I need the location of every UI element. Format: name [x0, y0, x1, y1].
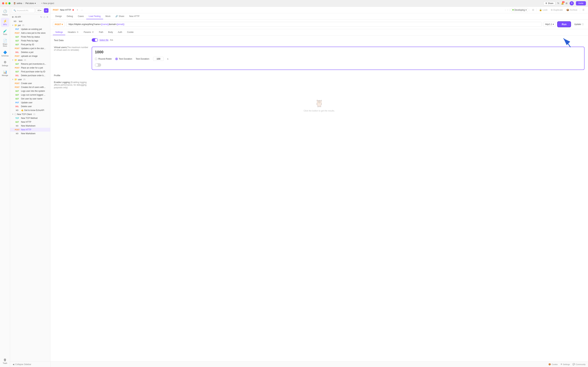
nav-item-apis[interactable]: ⚡ APIs	[1, 18, 9, 27]
invite-button[interactable]: Invite	[576, 1, 586, 5]
add-tab-button[interactable]: +	[75, 8, 79, 12]
enable-logging-toggle[interactable]	[95, 63, 101, 67]
notification-bell[interactable]: 🔔 8	[561, 2, 564, 5]
settings-tab-path[interactable]: Path	[96, 30, 106, 35]
nav-item-trash[interactable]: 🗑 Trash	[1, 357, 9, 366]
bottom-settings-button[interactable]: ⚙ Settings	[561, 363, 570, 366]
duplicate-button[interactable]: ⧉ Duplicate	[550, 8, 564, 12]
tree-item-get-purchase[interactable]: GET Find purchase order by ID	[10, 70, 50, 74]
avatar[interactable]: S	[570, 1, 574, 5]
tree-item-md-echo[interactable]: MD 🤙 Get to know EchoAPI	[10, 108, 50, 112]
tree-item-get-inventories[interactable]: GET Returns pet inventories b...	[10, 62, 50, 66]
tree-item-get-login[interactable]: GET Logs user into the system	[10, 89, 50, 93]
new-project-button[interactable]: + New project	[40, 1, 56, 5]
section-settings-icon[interactable]: ◇	[43, 16, 45, 18]
test-duration-option[interactable]: Test Duration	[115, 58, 132, 60]
tree-item-post-pet[interactable]: POST Add a new pet to the store	[10, 31, 50, 35]
select-file-button[interactable]: Select file	[99, 39, 109, 41]
update-button[interactable]: Update ⓘ	[572, 22, 586, 27]
close-button[interactable]	[2, 2, 4, 4]
more-options-button[interactable]: ···	[81, 8, 83, 11]
tree-item-post-http-active[interactable]: POST New HTTP	[10, 128, 50, 132]
tree-item-test[interactable]: MD test	[10, 19, 50, 23]
lock-button[interactable]: 🔒 Lock	[538, 8, 548, 12]
nav-item-history[interactable]: 🕐 History	[1, 8, 9, 17]
test-duration-input[interactable]	[153, 57, 164, 61]
method-badge-get: GET	[14, 43, 20, 46]
share-button[interactable]: ⬆ Share	[543, 1, 555, 5]
settings-tab-settings[interactable]: Settings	[53, 30, 65, 35]
tree-item-get-user[interactable]: GET Get user by user name	[10, 97, 50, 101]
tree-folder-user[interactable]: ▼ 📁 user (8)	[10, 77, 50, 82]
add-item-button[interactable]: +	[44, 8, 49, 13]
tree-item-post-update-pet[interactable]: POST Updates a pet in the stor...	[10, 47, 50, 50]
community-button[interactable]: 💬 Community	[573, 363, 586, 366]
tab-mock[interactable]: Mock	[103, 14, 113, 19]
layout-icon[interactable]: ⊞	[566, 2, 568, 5]
settings-tab-body[interactable]: Body	[106, 30, 115, 35]
tree-item-post-upload[interactable]: POST uploads an image	[10, 54, 50, 58]
method-selector[interactable]: POST ▾	[53, 22, 65, 27]
tab-load-testing[interactable]: Load Testing	[86, 14, 103, 19]
nav-item-manage[interactable]: 📊 Manage	[1, 69, 9, 78]
settings-tab-headers[interactable]: Headers 1	[65, 30, 81, 35]
nav-item-schemas[interactable]: 🔷 Schemas	[1, 49, 9, 58]
refresh-icon[interactable]: ↻	[557, 2, 559, 5]
filter-dropdown[interactable]: All ▾	[36, 8, 43, 13]
section-close-icon[interactable]: ✕	[46, 16, 49, 18]
tree-item-label: Deletes a pet	[21, 51, 34, 53]
archive-button[interactable]: 📦 Archive	[565, 8, 578, 12]
tab-design[interactable]: Design	[53, 14, 64, 19]
more-menu-button[interactable]: ☰	[581, 8, 586, 12]
tree-item-del-user[interactable]: DEL Delete user	[10, 105, 50, 108]
tree-item-del-pet[interactable]: DEL Deletes a pet	[10, 50, 50, 54]
search-input[interactable]: 🔍 Keyword/URL	[12, 8, 35, 13]
cookie-button[interactable]: 🍪 Cookie	[548, 363, 558, 366]
tree-item-get-status[interactable]: GET Finds Pets by status	[10, 35, 50, 39]
tree-folder-store[interactable]: ▼ 📁 store (4)	[10, 58, 50, 62]
test-data-toggle[interactable]	[92, 38, 98, 42]
environment-selector[interactable]: Developing ▾	[511, 8, 528, 12]
http-version-selector[interactable]: http/1.1 ▾	[543, 22, 556, 27]
tree-item-md-markdown[interactable]: MD New Markdown	[10, 124, 50, 128]
fullscreen-button[interactable]	[9, 2, 10, 4]
tree-item-tcp-method[interactable]: TCP New TCP Method	[10, 116, 50, 120]
round-robin-option[interactable]: Round-Robin	[95, 58, 112, 60]
tab-share[interactable]: 🔗 Share	[113, 14, 127, 19]
run-button[interactable]: Run	[557, 21, 571, 27]
url-input[interactable]: https://httpbin.org/anything?name={{name…	[66, 22, 542, 27]
round-robin-radio[interactable]	[95, 58, 97, 60]
tree-item-post-create-users[interactable]: POST Creates list of users with...	[10, 85, 50, 89]
tree-item-get-http[interactable]: GET New HTTP	[10, 120, 50, 124]
nav-item-tests[interactable]: 🧪 Tests	[1, 28, 9, 37]
tree-folder-tcp[interactable]: ▼ ⬡ New TCP Client (1)	[10, 112, 50, 116]
settings-tab-auth[interactable]: Auth	[115, 30, 125, 35]
nav-item-share-docs[interactable]: 📄 Share Docs	[1, 37, 9, 48]
settings-tab-params[interactable]: Params 2	[81, 30, 96, 35]
tree-item-get-pet-id[interactable]: GET Find pet by ID	[10, 43, 50, 47]
tree-item-post-create-user[interactable]: POST Create user	[10, 82, 50, 85]
settings-tab-cookie[interactable]: Cookie	[125, 30, 136, 35]
tree-item-put-pet[interactable]: PUT Update an existing pet	[10, 27, 50, 31]
tree-item-put-user[interactable]: PUT Update user	[10, 101, 50, 105]
tab-debug[interactable]: Debug	[64, 14, 75, 19]
tree-item-get-logout[interactable]: GET Logs out current logged ...	[10, 93, 50, 97]
nav-item-settings[interactable]: ⚙ Settings	[1, 59, 9, 68]
tree-folder-pet[interactable]: ▼ 📁 pet (8)	[10, 23, 50, 27]
collapse-sidebar-button[interactable]: ◀ Collapse Sidebar	[10, 362, 50, 367]
layout-toggle-button[interactable]: ⊟	[531, 8, 535, 12]
minimize-button[interactable]	[5, 2, 7, 4]
right-arrow-icon[interactable]: ›	[507, 8, 508, 11]
tree-item-del-purchase[interactable]: DEL Delete purchase order b...	[10, 74, 50, 77]
tab-cases[interactable]: Cases	[75, 14, 86, 19]
virtual-users-input[interactable]	[95, 50, 581, 54]
test-duration-radio[interactable]	[115, 58, 118, 60]
section-refresh-icon[interactable]: ↻	[40, 16, 42, 18]
bottom-bar-right: 🍪 Cookie ⚙ Settings 💬 Community	[548, 363, 586, 366]
tree-item-md-markdown2[interactable]: MD New Markdown	[10, 132, 50, 135]
tab-new-http[interactable]: New HTTP	[127, 14, 142, 19]
tree-item-post-order[interactable]: POST Place an order for a pet	[10, 66, 50, 70]
project-name[interactable]: Pet store ▾	[26, 2, 36, 5]
left-arrow-icon[interactable]: ‹	[505, 8, 506, 11]
tree-item-get-tags[interactable]: GET Finds Pets by tags	[10, 39, 50, 43]
